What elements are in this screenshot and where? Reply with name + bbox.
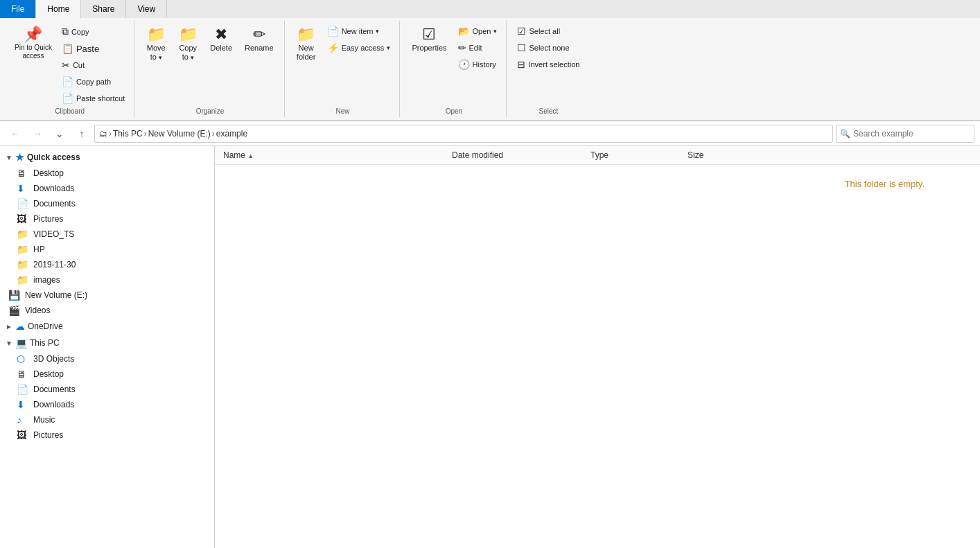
new-folder-button[interactable]: 📁 Newfolder (292, 24, 321, 65)
properties-icon: ☑ (422, 27, 436, 42)
select-buttons: ☑ Select all ☐ Select none ⊟ Invert sele… (514, 24, 583, 72)
sidebar-item-video-ts[interactable]: 📁 VIDEO_TS 📌 (0, 227, 214, 242)
sidebar-item-desktop[interactable]: 🖥 Desktop 📌 (0, 166, 214, 181)
easy-access-icon: ⚡ (327, 42, 339, 53)
new-folder-icon: 📁 (297, 27, 315, 42)
rename-button[interactable]: ✏ Rename (240, 24, 279, 56)
col-date-header[interactable]: Date modified (449, 149, 588, 161)
ribbon: 📌 Pin to Quick access ⧉ Copy 📋 Paste (0, 18, 980, 121)
col-size-header[interactable]: Size (685, 149, 754, 161)
pin-label: Pin to Quick access (15, 44, 52, 60)
recent-button[interactable]: ⌄ (50, 124, 69, 143)
desktop-icon: 🖥 (17, 168, 30, 179)
paste-shortcut-button[interactable]: 📄 Paste shortcut (58, 91, 128, 106)
invert-selection-button[interactable]: ⊟ Invert selection (514, 57, 583, 72)
delete-icon: ✖ (215, 27, 227, 42)
clipboard-label: Clipboard (11, 106, 128, 117)
documents2-icon: 📄 (17, 384, 30, 395)
sidebar-item-documents2[interactable]: 📄 Documents (0, 382, 214, 397)
copy-paste-group: ⧉ Copy 📋 Paste ✂ Cut 📄 (58, 24, 128, 106)
path-this-pc[interactable]: This PC (113, 129, 143, 139)
new-item-button[interactable]: 📄 New item ▾ (324, 24, 394, 39)
onedrive-cloud-icon: ☁ (15, 321, 25, 332)
copy-to-button[interactable]: 📁 Copyto ▾ (173, 24, 202, 65)
search-input[interactable] (836, 125, 974, 143)
sidebar-item-videos[interactable]: 🎬 Videos (0, 303, 214, 318)
select-none-button[interactable]: ☐ Select none (514, 40, 583, 55)
tab-share[interactable]: Share (81, 0, 126, 18)
sidebar-onedrive-header[interactable]: ► ☁ OneDrive (0, 318, 214, 335)
chevron-onedrive-icon: ► (6, 323, 12, 330)
address-bar: ← → ⌄ ↑ 🗂 › This PC › New Volume (E:) › … (0, 121, 980, 146)
col-name-header[interactable]: Name ▲ (220, 149, 449, 161)
pictures-icon: 🖼 (17, 213, 30, 224)
downloads-icon: ⬇ (17, 183, 30, 194)
delete-button[interactable]: ✖ Delete (205, 24, 237, 56)
paste-button[interactable]: 📋 Paste (58, 41, 128, 56)
open-button[interactable]: 📂 Open ▾ (455, 24, 501, 39)
sidebar-item-downloads[interactable]: ⬇ Downloads 📌 (0, 181, 214, 196)
rename-icon: ✏ (253, 27, 265, 42)
sidebar-item-date-folder[interactable]: 📁 2019-11-30 (0, 257, 214, 272)
up-button[interactable]: ↑ (72, 124, 91, 143)
paste-shortcut-icon: 📄 (62, 93, 73, 104)
sidebar-item-desktop2[interactable]: 🖥 Desktop (0, 366, 214, 382)
tab-view[interactable]: View (126, 0, 167, 18)
invert-icon: ⊟ (517, 59, 525, 70)
organize-group: 📁 Moveto ▾ 📁 Copyto ▾ ✖ Delete ✏ Rename … (136, 21, 284, 117)
sidebar-item-pictures[interactable]: 🖼 Pictures 📌 (0, 211, 214, 227)
pin-icon: 📌 (24, 27, 42, 42)
address-path[interactable]: 🗂 › This PC › New Volume (E:) › example (94, 125, 833, 143)
select-group: ☑ Select all ☐ Select none ⊟ Invert sele… (508, 21, 588, 117)
file-list-header: Name ▲ Date modified Type Size (215, 146, 980, 165)
copy-path-icon: 📄 (62, 76, 73, 87)
paste-icon: 📋 (62, 43, 73, 54)
chevron-icon: ▼ (6, 154, 12, 161)
copy-button[interactable]: ⧉ Copy (58, 24, 128, 39)
objects-3d-icon: ⬡ (17, 353, 30, 364)
sidebar-this-pc-header[interactable]: ▼ 💻 This PC (0, 335, 214, 351)
copy-path-button[interactable]: 📄 Copy path (58, 74, 128, 89)
select-all-button[interactable]: ☑ Select all (514, 24, 583, 39)
cut-button[interactable]: ✂ Cut (58, 58, 128, 73)
tab-home[interactable]: Home (36, 0, 81, 19)
col-type-header[interactable]: Type (588, 149, 685, 161)
select-all-icon: ☑ (517, 26, 526, 37)
onedrive-label: OneDrive (28, 321, 63, 331)
select-none-icon: ☐ (517, 42, 526, 53)
history-button[interactable]: 🕐 History (455, 57, 501, 72)
copy-icon: ⧉ (62, 26, 69, 37)
edit-button[interactable]: ✏ Edit (455, 40, 501, 55)
properties-button[interactable]: ☑ Properties (407, 24, 451, 56)
sidebar-item-downloads2[interactable]: ⬇ Downloads (0, 397, 214, 412)
cut-copy-path-group: ✂ Cut 📄 Copy path 📄 Paste shortcut (58, 58, 128, 106)
path-new-volume[interactable]: New Volume (E:) (148, 129, 211, 139)
main-area: ▼ ★ Quick access 🖥 Desktop 📌 ⬇ Downloads… (0, 146, 980, 548)
sidebar-item-hp[interactable]: 📁 HP 📌 (0, 242, 214, 257)
tab-file[interactable]: File (0, 0, 36, 18)
sidebar-item-new-volume[interactable]: 💾 New Volume (E:) (0, 288, 214, 303)
select-label: Select (514, 106, 583, 117)
empty-folder-area: This folder is empty. (215, 165, 980, 548)
video-ts-icon: 📁 (17, 229, 30, 240)
path-example[interactable]: example (216, 129, 247, 139)
back-button[interactable]: ← (6, 124, 25, 143)
this-pc-label: This PC (30, 338, 60, 348)
forward-button[interactable]: → (28, 124, 47, 143)
sidebar-item-images[interactable]: 📁 images (0, 272, 214, 288)
open-icon: 📂 (458, 26, 470, 37)
sidebar-item-pictures2[interactable]: 🖼 Pictures (0, 427, 214, 443)
new-item-icon: 📄 (327, 26, 339, 37)
open-label: Open (407, 106, 500, 117)
move-to-button[interactable]: 📁 Moveto ▾ (141, 24, 170, 65)
sidebar-quick-access-header[interactable]: ▼ ★ Quick access (0, 149, 214, 166)
sidebar: ▼ ★ Quick access 🖥 Desktop 📌 ⬇ Downloads… (0, 146, 215, 548)
downloads2-icon: ⬇ (17, 399, 30, 410)
easy-access-button[interactable]: ⚡ Easy access ▾ (324, 40, 394, 55)
sidebar-item-3d-objects[interactable]: ⬡ 3D Objects (0, 351, 214, 366)
pin-quick-access-button[interactable]: 📌 Pin to Quick access (11, 24, 55, 64)
sidebar-item-music[interactable]: ♪ Music (0, 412, 214, 427)
chevron-thispc-icon: ▼ (6, 339, 12, 347)
sidebar-item-documents[interactable]: 📄 Documents 📌 (0, 196, 214, 211)
hp-icon: 📁 (17, 244, 30, 255)
